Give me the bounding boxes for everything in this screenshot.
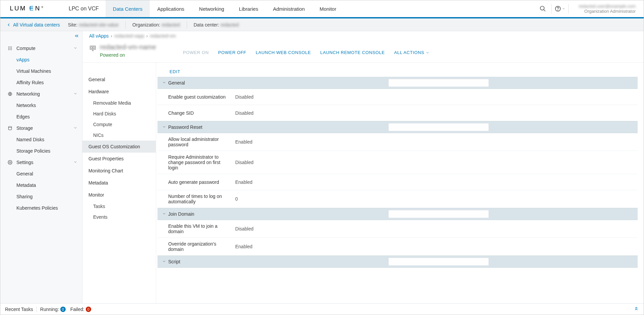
ctx-dc: Data center: redacted <box>194 22 239 28</box>
nav-applications[interactable]: Applications <box>150 0 192 17</box>
ctx-site: Site: redacted-site-value <box>68 22 119 28</box>
detail-nav-events[interactable]: Events <box>82 212 156 222</box>
breadcrumb-root[interactable]: All vApps <box>89 33 109 39</box>
label: Enable guest customization <box>168 94 235 100</box>
sidebar-item-general[interactable]: General <box>0 168 82 179</box>
row-require-admin-change-pw: Require Administrator to change password… <box>157 151 638 174</box>
expand-tasks-icon[interactable] <box>634 306 639 312</box>
sidebar-collapse-icon[interactable] <box>74 33 79 40</box>
nav-libraries[interactable]: Libraries <box>232 0 266 17</box>
nav-administration[interactable]: Administration <box>266 0 312 17</box>
search-box[interactable] <box>388 258 489 266</box>
sidebar-item-metadata[interactable]: Metadata <box>0 179 82 191</box>
sidebar-item-vms[interactable]: Virtual Machines <box>0 65 82 77</box>
svg-point-15 <box>8 49 9 50</box>
label: Auto generate password <box>168 179 235 185</box>
detail-nav-hard-disks[interactable]: Hard Disks <box>82 108 156 119</box>
detail-nav-tasks[interactable]: Tasks <box>82 201 156 212</box>
back-all-vdcs[interactable]: All Virtual data centers <box>6 22 60 28</box>
detail-nav-compute[interactable]: Compute <box>82 119 156 130</box>
sidebar-section-storage[interactable]: Storage <box>0 122 82 134</box>
sidebar-section-compute[interactable]: Compute <box>0 43 82 54</box>
row-change-sid: Change SID Disabled <box>157 105 638 121</box>
header: LUM E N ® LPC on VCF Data Centers Applic… <box>0 0 644 18</box>
sidebar-item-sharing[interactable]: Sharing <box>0 191 82 202</box>
sidebar: Compute vApps Virtual Machines Affinity … <box>0 31 82 303</box>
sidebar-item-named-disks[interactable]: Named Disks <box>0 134 82 145</box>
vm-icon <box>89 45 96 53</box>
svg-point-16 <box>10 49 10 50</box>
vm-status: Powered on <box>100 52 156 58</box>
user-block[interactable]: redacted.user@example.com Organization A… <box>570 4 644 14</box>
running-count-badge: 0 <box>60 307 66 312</box>
content: All vApps › redacted-vapp › redacted-vm … <box>82 31 644 303</box>
help-icon[interactable] <box>553 0 567 17</box>
search-box[interactable] <box>388 210 489 218</box>
row-override-org-domain: Override organization's domain Enabled <box>157 238 638 256</box>
sidebar-section-networking[interactable]: Networking <box>0 88 82 100</box>
user-role: Organization Administrator <box>584 9 636 14</box>
detail-nav-guest-properties[interactable]: Guest Properties <box>82 153 156 165</box>
search-box[interactable] <box>388 79 489 87</box>
label: Script <box>168 259 180 264</box>
svg-point-9 <box>8 47 9 47</box>
section-header-join-domain[interactable]: Join Domain <box>157 208 638 220</box>
breadcrumb: All vApps › redacted-vapp › redacted-vm <box>82 31 644 43</box>
vm-header: redacted-vm-name Powered on <box>82 43 183 60</box>
sidebar-item-networks[interactable]: Networks <box>0 100 82 111</box>
divider <box>37 306 37 312</box>
value: Disabled <box>235 160 253 165</box>
label: Password Reset <box>168 124 202 130</box>
detail-nav-guest-os-custom[interactable]: Guest OS Customization <box>82 141 156 153</box>
section-header-password-reset[interactable]: Password Reset <box>157 121 638 133</box>
detail-nav-monitor[interactable]: Monitor <box>82 189 156 201</box>
logo: LUM E N ® <box>0 5 65 12</box>
ctx-dc-label: Data center: <box>194 22 219 28</box>
detail-nav-removable-media[interactable]: Removable Media <box>82 98 156 108</box>
section-header-general[interactable]: General <box>157 77 638 89</box>
breadcrumb-vapp[interactable]: redacted-vapp <box>114 33 144 39</box>
separator: › <box>111 33 112 39</box>
ctx-org: Organization: redacted <box>132 22 180 28</box>
edit-button[interactable]: EDIT <box>170 69 180 74</box>
nav-data-centers[interactable]: Data Centers <box>106 0 150 17</box>
sidebar-item-edges[interactable]: Edges <box>0 111 82 122</box>
panel-scroll[interactable]: General Enable guest customization Disab… <box>156 77 644 303</box>
nav-monitor[interactable]: Monitor <box>312 0 344 17</box>
svg-rect-4 <box>29 8 33 8</box>
search-box[interactable] <box>388 123 489 131</box>
storage-icon <box>8 126 14 130</box>
svg-point-11 <box>11 47 12 47</box>
value: Disabled <box>235 110 253 116</box>
sidebar-item-k8s-policies[interactable]: Kubernetes Policies <box>0 202 82 214</box>
sidebar-item-vapps[interactable]: vApps <box>0 54 82 65</box>
detail-nav-general[interactable]: General <box>82 73 156 86</box>
header-right: redacted.user@example.com Organization A… <box>536 0 644 17</box>
detail-nav-hardware[interactable]: Hardware <box>82 86 156 98</box>
detail-nav-monitoring-chart[interactable]: Monitoring Chart <box>82 165 156 177</box>
svg-point-14 <box>11 48 12 49</box>
back-label: All Virtual data centers <box>13 22 60 28</box>
sidebar-item-storage-policies[interactable]: Storage Policies <box>0 145 82 157</box>
label: Join Domain <box>168 211 194 217</box>
svg-text:®: ® <box>42 6 44 8</box>
all-actions-button[interactable]: ALL ACTIONS <box>394 50 430 55</box>
nav-networking[interactable]: Networking <box>192 0 232 17</box>
launch-remote-console-button[interactable]: LAUNCH REMOTE CONSOLE <box>320 50 385 55</box>
svg-point-12 <box>8 48 9 49</box>
detail-nav-metadata[interactable]: Metadata <box>82 177 156 189</box>
svg-rect-23 <box>93 47 95 49</box>
divider <box>551 4 552 13</box>
detail-nav-nics[interactable]: NICs <box>82 130 156 141</box>
launch-web-console-button[interactable]: LAUNCH WEB CONSOLE <box>256 50 311 55</box>
network-icon <box>8 92 14 96</box>
sidebar-section-settings[interactable]: Settings <box>0 157 82 168</box>
section-header-script[interactable]: Script <box>157 256 638 268</box>
recent-tasks-label[interactable]: Recent Tasks <box>5 307 33 312</box>
label: Settings <box>16 160 34 165</box>
search-icon[interactable] <box>536 0 550 17</box>
label: Change SID <box>168 110 235 116</box>
svg-text:N: N <box>35 5 41 12</box>
power-off-button[interactable]: POWER OFF <box>218 50 246 55</box>
sidebar-item-affinity[interactable]: Affinity Rules <box>0 77 82 88</box>
